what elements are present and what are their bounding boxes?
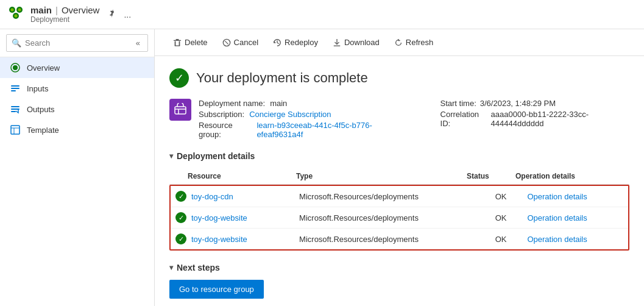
svg-point-5 [15,15,18,18]
svg-point-3 [11,9,14,12]
collapse-button[interactable]: « [133,37,143,49]
table-row: ✓ toy-dog-website Microsoft.Resources/de… [171,229,628,250]
operation-details-link[interactable]: Operation details [527,192,587,201]
svg-rect-10 [11,90,16,91]
deployment-details-section: ▾ Deployment details Resource Type Statu… [169,151,629,251]
row-check-icon: ✓ [175,212,186,223]
delete-button[interactable]: Delete [167,34,214,51]
delete-icon [173,38,182,47]
svg-point-6 [13,65,18,70]
chevron-down-icon-2: ▾ [169,263,173,272]
toolbar: Delete Cancel Redeploy [155,29,644,56]
search-input-wrap: 🔍 « [6,34,148,52]
svg-rect-17 [175,38,179,40]
resource-type: Microsoft.Resources/deployments [294,186,490,207]
svg-point-4 [18,9,21,12]
more-button[interactable]: ... [121,9,133,21]
content-area: Delete Cancel Redeploy [155,29,644,306]
pin-button[interactable] [105,8,119,21]
resource-rows-table: ✓ toy-dog-cdn Microsoft.Resources/deploy… [171,186,628,249]
deployment-name-value: main [270,99,287,108]
deployment-avatar [169,99,191,121]
resource-type: Microsoft.Resources/deployments [294,229,490,250]
meta-left: Deployment name: main Subscription: Conc… [169,99,404,139]
next-steps-label: Next steps [177,263,220,272]
app-sub: Deployment [30,15,99,24]
outputs-icon [10,104,21,115]
svg-rect-9 [11,88,19,89]
meta-resource-group-row: Resource group: learn-b93ceeab-441c-4f5c… [199,121,404,139]
svg-rect-20 [179,41,180,46]
title-separator: | [55,5,58,15]
meta-right: Start time: 3/6/2023, 1:48:29 PM Correla… [441,99,629,139]
sidebar-item-template[interactable]: Template [0,119,154,140]
resource-link[interactable]: toy-dog-website [191,235,247,244]
operation-details-link[interactable]: Operation details [527,235,587,244]
redeploy-icon [273,38,281,47]
svg-rect-14 [11,126,19,134]
redeploy-label: Redeploy [285,38,318,47]
sidebar-item-inputs[interactable]: Inputs [0,78,154,99]
search-bar: 🔍 « [0,29,154,57]
resource-rows-container: ✓ toy-dog-cdn Microsoft.Resources/deploy… [169,185,629,251]
page-content: ✓ Your deployment is complete [155,56,644,306]
refresh-button[interactable]: Refresh [388,34,440,51]
svg-line-23 [225,41,228,44]
top-icons: ... [105,8,133,21]
sidebar-item-outputs[interactable]: Outputs [0,99,154,119]
deployment-meta: Deployment name: main Subscription: Conc… [169,99,629,139]
chevron-down-icon: ▾ [169,152,173,160]
next-steps-header[interactable]: ▾ Next steps [169,263,629,272]
main-layout: 🔍 « Overview Inputs [0,29,644,306]
subscription-link[interactable]: Concierge Subscription [249,110,331,119]
refresh-label: Refresh [406,38,434,47]
top-bar: main | Overview Deployment ... [0,0,644,29]
cancel-button[interactable]: Cancel [216,34,264,51]
svg-rect-21 [175,45,180,46]
deployment-details-table: Resource Type Status Operation details [169,168,629,185]
row-check-icon: ✓ [175,191,186,202]
resource-group-label: Resource group: [199,121,252,139]
resource-link[interactable]: toy-dog-website [191,213,247,222]
deployment-header: ✓ Your deployment is complete [169,68,629,88]
search-icon: 🔍 [12,38,21,48]
svg-rect-8 [11,85,19,87]
correlation-row: Correlation ID: aaaa0000-bb11-2222-33cc-… [441,110,629,128]
operation-details-link[interactable]: Operation details [527,213,587,222]
nav-items: Overview Inputs Outputs [0,57,154,306]
template-icon [10,124,21,135]
download-button[interactable]: Download [327,34,386,51]
sidebar-item-overview[interactable]: Overview [0,57,154,78]
resource-status: OK [490,229,523,250]
redeploy-button[interactable]: Redeploy [267,34,324,51]
meta-name-row: Deployment name: main [199,99,404,108]
row-check-icon: ✓ [175,233,186,244]
resource-link[interactable]: toy-dog-cdn [191,192,233,201]
deployment-details-header[interactable]: ▾ Deployment details [169,151,629,161]
correlation-value: aaaa0000-bb11-2222-33cc-444444dddddd [491,110,629,128]
deployment-status-title: Your deployment is complete [196,70,368,86]
start-time-value: 3/6/2023, 1:48:29 PM [480,99,556,108]
goto-resource-group-button[interactable]: Go to resource group [169,280,264,299]
table-row: ✓ toy-dog-cdn Microsoft.Resources/deploy… [171,186,628,207]
table-row: ✓ toy-dog-website Microsoft.Resources/de… [171,207,628,229]
success-check-icon: ✓ [169,68,189,88]
overview-label: Overview [27,63,60,73]
svg-rect-11 [11,106,19,107]
cancel-icon [222,38,231,47]
col-resource: Resource [169,168,291,185]
template-label: Template [27,126,59,135]
resource-group-link[interactable]: learn-b93ceeab-441c-4f5c-b776-efeaf9631a… [257,121,403,139]
outputs-label: Outputs [27,105,55,114]
resource-status: OK [490,207,523,229]
delete-label: Delete [185,38,208,47]
app-title: main [30,5,52,15]
col-type: Type [291,168,462,185]
svg-rect-13 [11,111,16,112]
subscription-label: Subscription: [199,110,244,119]
start-time-row: Start time: 3/6/2023, 1:48:29 PM [441,99,629,108]
meta-details: Deployment name: main Subscription: Conc… [199,99,404,139]
meta-subscription-row: Subscription: Concierge Subscription [199,110,404,119]
deployment-details-label: Deployment details [177,151,255,161]
search-input[interactable] [25,38,133,48]
